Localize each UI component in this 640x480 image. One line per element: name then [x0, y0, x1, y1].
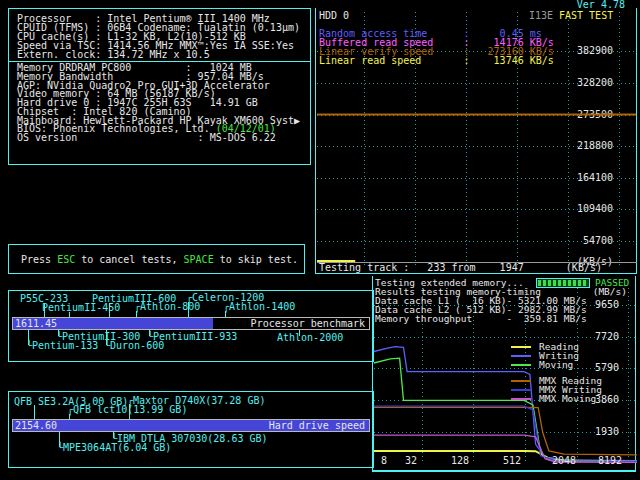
- scale-tick: [109, 303, 110, 317]
- hdd-benchmark-bar-track: 2154.60 Hard drive speed: [12, 419, 370, 432]
- memory-chart: [373, 276, 637, 472]
- cpu-info-block: Processor : Intel Pentium® III 1400 MHz …: [9, 9, 310, 59]
- hdd-graph-panel: HDD 0 I13E FAST TEST Random access time …: [315, 8, 637, 274]
- legend-swatch-mmx-moving: [511, 398, 531, 400]
- cpu-benchmark-panel: P55C-233 PentiumIII-600 ┌Celeron-1200 Pe…: [8, 290, 374, 362]
- ref-cpu-label: ┌Athlon-1400: [223, 303, 295, 311]
- ref-cpu-label: Athlon-2000: [277, 334, 343, 342]
- hdd-benchmark-panel: QFB SE3.2A(3.00 GB) ┌Maxtor D740X(37.28 …: [8, 391, 374, 468]
- legend-swatch-reading: [511, 346, 531, 348]
- scale-tick: [129, 404, 130, 419]
- memory-x-axis-label: 8192: [598, 457, 622, 465]
- testing-track-status: Testing track : 233 from 1947 (KB/s): [319, 264, 602, 272]
- esc-message-text: to skip test.: [214, 254, 298, 265]
- memory-x-axis-label: 32: [405, 457, 417, 465]
- ref-hdd-label: ┌QFB lct10(13.99 GB): [67, 406, 187, 414]
- esc-message-text: Press: [21, 254, 57, 265]
- memory-test-panel: Testing extended memory... PASSED Result…: [372, 276, 636, 472]
- speedsys-screen: Ver 4.78 Processor : Intel Pentium® III …: [0, 0, 640, 480]
- ref-cpu-label: └Duron-600: [104, 342, 164, 350]
- ref-cpu-label: ┌Athlon-800: [134, 303, 200, 311]
- esc-message-panel: Press ESC to cancel tests, SPACE to skip…: [8, 244, 305, 274]
- legend-swatch-moving: [511, 364, 531, 366]
- cpu-benchmark-title: Processor benchmark: [251, 320, 365, 328]
- hdd-chart: [316, 8, 638, 274]
- legend-swatch-mmx-reading: [511, 380, 531, 382]
- cpu-benchmark-bar-track: 1611.45 Processor benchmark: [12, 317, 370, 330]
- scale-tick: [34, 405, 35, 419]
- hdd-benchmark-value: 2154.60: [15, 422, 57, 430]
- scale-tick: [44, 303, 45, 317]
- space-key-label: SPACE: [184, 254, 214, 265]
- cpu-benchmark-value: 1611.45: [15, 320, 57, 328]
- system-info-block: Memory DRDRAM PC800 : 1024 MB Memory Ban…: [9, 61, 310, 143]
- legend-label-mmx-moving: MMX Moving: [539, 395, 596, 403]
- ref-cpu-label: └Pentium-133: [26, 342, 98, 350]
- legend-swatch-mmx-writing: [511, 389, 531, 391]
- esc-key-label: ESC: [57, 254, 75, 265]
- ref-hdd-label: └MPE3064AT(6.04 GB): [57, 444, 171, 452]
- hdd-benchmark-title: Hard drive speed: [269, 422, 365, 430]
- memory-x-axis-label: 128: [451, 457, 469, 465]
- memory-x-axis-label: 2048: [552, 457, 576, 465]
- memory-x-axis-label: 8: [381, 457, 387, 465]
- esc-message-text: to cancel tests,: [75, 254, 183, 265]
- extern-clock-line: Extern. clock: 134.72 MHz x 10.5: [17, 50, 310, 59]
- legend-label-moving: Moving: [539, 361, 573, 369]
- memory-x-axis-label: 512: [503, 457, 521, 465]
- legend-swatch-writing: [511, 355, 531, 357]
- esc-message: Press ESC to cancel tests, SPACE to skip…: [9, 245, 304, 264]
- scale-tick: [188, 302, 189, 317]
- os-version-line: OS version : MS-DOS 6.22: [17, 134, 310, 143]
- system-info-panel: Processor : Intel Pentium® III 1400 MHz …: [8, 8, 311, 165]
